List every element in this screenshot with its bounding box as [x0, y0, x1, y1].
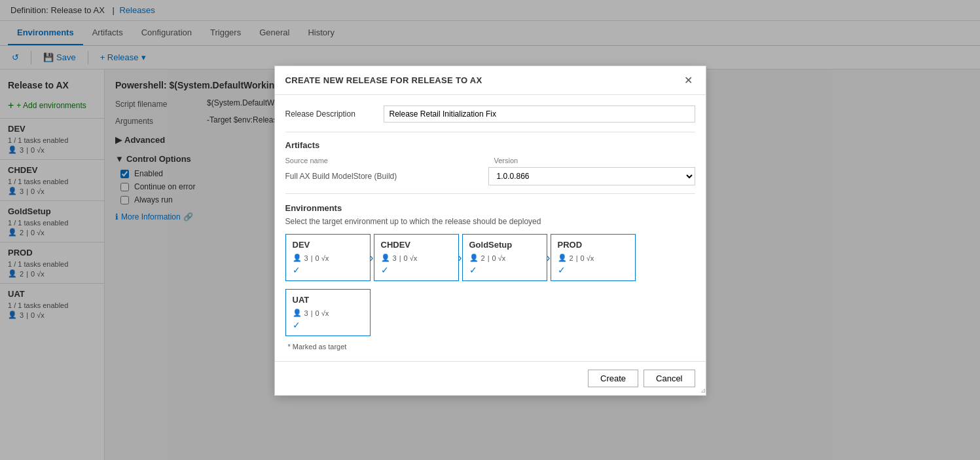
env-card-chdev-name: CHDEV	[381, 240, 452, 250]
env-card-chdev-meta: 👤 3 | 0 √x	[381, 254, 452, 262]
environments-section-label: Environments	[285, 203, 695, 213]
env-card-prod-name: PROD	[558, 240, 628, 250]
env-card-dev-meta: 👤 3 | 0 √x	[293, 254, 363, 262]
env-card-dev-name: DEV	[293, 240, 363, 250]
target-label: * Marked as target	[288, 343, 695, 351]
dialog-body: Release Description Artifacts Source nam…	[275, 95, 706, 361]
uat-check-icon: ✓	[293, 320, 363, 330]
artifact-row: Full AX Build ModelStore (Build) 1.0.0.8…	[285, 167, 695, 185]
env-cards-row-1: DEV 👤 3 | 0 √x ✓ › CHDEV	[285, 234, 695, 286]
env-card-goldsetup[interactable]: GoldSetup 👤 2 | 0 √x ✓	[462, 234, 547, 281]
env-card-uat-meta: 👤 3 | 0 √x	[293, 309, 363, 317]
create-button[interactable]: Create	[588, 370, 638, 387]
dialog-header: CREATE NEW RELEASE FOR RELEASE TO AX ✕	[275, 66, 706, 95]
dialog-title: CREATE NEW RELEASE FOR RELEASE TO AX	[285, 75, 482, 85]
dev-users-icon: 👤	[293, 254, 302, 262]
env-card-goldsetup-meta: 👤 2 | 0 √x	[469, 254, 540, 262]
artifacts-column-headers: Source name Version	[285, 157, 695, 164]
version-col-header: Version	[494, 157, 695, 164]
uat-users-icon: 👤	[293, 309, 302, 317]
env-card-goldsetup-name: GoldSetup	[469, 240, 540, 250]
artifacts-divider	[285, 132, 695, 132]
release-desc-label: Release Description	[285, 109, 384, 119]
artifact-source-name: Full AX Build ModelStore (Build)	[285, 172, 481, 181]
prod-check-icon: ✓	[558, 265, 628, 275]
env-card-uat-name: UAT	[293, 295, 363, 305]
cancel-button[interactable]: Cancel	[644, 370, 695, 387]
goldsetup-users-icon: 👤	[469, 254, 479, 262]
version-select[interactable]: 1.0.0.866 1.0.0.865 1.0.0.864 1.0.0.863	[488, 167, 695, 185]
env-card-prod-meta: 👤 2 | 0 √x	[558, 254, 628, 262]
environments-section: Environments Select the target environme…	[285, 203, 695, 351]
env-card-dev[interactable]: DEV 👤 3 | 0 √x ✓	[285, 234, 371, 281]
goldsetup-check-icon: ✓	[469, 265, 540, 275]
environments-divider	[285, 193, 695, 194]
artifacts-section-label: Artifacts	[285, 140, 695, 150]
create-release-dialog: CREATE NEW RELEASE FOR RELEASE TO AX ✕ R…	[274, 66, 706, 396]
env-cards-row-2: UAT 👤 3 | 0 √x ✓	[285, 289, 695, 341]
env-card-uat[interactable]: UAT 👤 3 | 0 √x ✓	[285, 289, 371, 336]
dev-check-icon: ✓	[293, 265, 363, 275]
release-desc-input[interactable]	[384, 105, 695, 123]
dialog-close-button[interactable]: ✕	[681, 74, 695, 86]
dialog-overlay: CREATE NEW RELEASE FOR RELEASE TO AX ✕ R…	[0, 0, 980, 460]
prod-users-icon: 👤	[558, 254, 567, 262]
env-card-chdev[interactable]: CHDEV 👤 3 | 0 √x ✓	[374, 234, 459, 281]
source-name-col-header: Source name	[285, 157, 486, 164]
release-desc-row: Release Description	[285, 105, 695, 123]
env-card-prod[interactable]: PROD 👤 2 | 0 √x ✓	[551, 234, 636, 281]
chdev-check-icon: ✓	[381, 265, 452, 275]
chdev-users-icon: 👤	[381, 254, 390, 262]
environments-deploy-desc: Select the target environment up to whic…	[285, 217, 695, 226]
dialog-footer: Create Cancel	[275, 361, 706, 395]
dialog-resize-handle[interactable]: ⊿	[697, 386, 706, 395]
